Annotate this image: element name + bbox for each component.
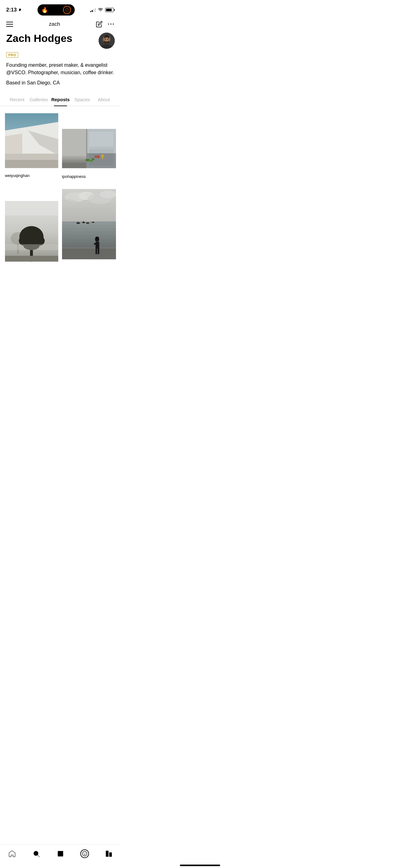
avatar-image bbox=[99, 33, 115, 49]
svg-rect-59 bbox=[83, 221, 84, 223]
tab-about[interactable]: About bbox=[93, 93, 115, 106]
svg-rect-18 bbox=[62, 158, 86, 160]
svg-point-7 bbox=[105, 39, 106, 40]
svg-rect-73 bbox=[106, 850, 108, 857]
svg-rect-23 bbox=[89, 132, 113, 147]
camera-icon bbox=[63, 6, 71, 14]
svg-point-46 bbox=[100, 191, 116, 198]
svg-point-70 bbox=[82, 851, 87, 856]
svg-marker-14 bbox=[5, 133, 22, 154]
photo-label-2: ipohappiness bbox=[62, 174, 116, 179]
tab-galleries[interactable]: Galleries bbox=[28, 93, 49, 106]
svg-rect-65 bbox=[94, 243, 99, 245]
signal-bars bbox=[90, 8, 96, 12]
profile-name: Zach Hodges bbox=[6, 33, 72, 44]
smiley-icon bbox=[82, 851, 88, 857]
avatar bbox=[99, 33, 115, 49]
nav-actions: ··· bbox=[96, 21, 115, 28]
svg-rect-67 bbox=[98, 248, 99, 254]
photo-thumb-4[interactable] bbox=[62, 184, 116, 266]
battery-icon bbox=[105, 8, 115, 12]
signal-bar-3 bbox=[93, 9, 94, 12]
profile-section: Zach Hodges bbox=[0, 31, 121, 86]
menu-button[interactable] bbox=[6, 22, 13, 27]
svg-point-71 bbox=[84, 853, 84, 854]
svg-rect-21 bbox=[86, 129, 87, 168]
nav-profile[interactable] bbox=[77, 848, 92, 859]
svg-rect-64 bbox=[96, 242, 99, 249]
photo-item-4[interactable] bbox=[62, 184, 116, 273]
svg-rect-48 bbox=[62, 221, 116, 248]
svg-point-56 bbox=[86, 222, 89, 223]
svg-point-26 bbox=[86, 159, 90, 161]
photo-thumb-2[interactable]: H9 bbox=[62, 126, 116, 172]
home-icon bbox=[8, 850, 16, 858]
status-right bbox=[90, 8, 115, 12]
svg-point-47 bbox=[63, 199, 77, 206]
flame-icon: 🔥 bbox=[41, 6, 48, 13]
signal-bar-4 bbox=[95, 8, 96, 12]
svg-point-63 bbox=[95, 237, 99, 240]
svg-point-8 bbox=[108, 39, 108, 40]
wifi-icon bbox=[98, 8, 103, 12]
svg-rect-19 bbox=[62, 160, 86, 162]
photo-thumb-1[interactable] bbox=[5, 111, 58, 172]
photo-grid: weiyuqinghan bbox=[0, 106, 121, 273]
tab-spaces[interactable]: Spaces bbox=[71, 93, 93, 106]
svg-rect-39 bbox=[5, 201, 58, 215]
nav-search[interactable] bbox=[29, 848, 44, 859]
bottom-nav bbox=[0, 844, 121, 868]
photo-thumb-3[interactable] bbox=[5, 199, 58, 265]
profile-bio: Founding member, preset maker, & evangel… bbox=[6, 61, 115, 76]
svg-rect-17 bbox=[62, 156, 86, 158]
svg-rect-60 bbox=[62, 248, 116, 259]
svg-rect-13 bbox=[5, 154, 58, 160]
tab-reposts[interactable]: Reposts bbox=[49, 93, 71, 106]
nav-title: zach bbox=[49, 21, 60, 27]
photo-image-1 bbox=[5, 111, 58, 170]
photo-image-2: H9 bbox=[62, 126, 116, 171]
svg-rect-74 bbox=[109, 852, 112, 857]
nav-crop[interactable] bbox=[53, 848, 68, 859]
svg-point-6 bbox=[104, 37, 109, 41]
tabs: Recent Galleries Reposts Spaces About bbox=[0, 93, 121, 106]
photo-item-3[interactable] bbox=[5, 184, 58, 273]
dynamic-island: 🔥 bbox=[37, 4, 75, 16]
photo-image-3 bbox=[5, 199, 58, 264]
signal-bar-2 bbox=[92, 10, 93, 12]
svg-point-72 bbox=[85, 853, 86, 854]
pro-badge: PRO bbox=[6, 52, 18, 58]
profile-header: Zach Hodges bbox=[6, 33, 115, 49]
svg-rect-12 bbox=[5, 159, 58, 168]
photo-item-2[interactable]: H9 ipohappiness bbox=[62, 111, 116, 184]
svg-rect-61 bbox=[62, 247, 116, 248]
profile-location: Based in San Diego, CA bbox=[6, 80, 115, 86]
more-button[interactable]: ··· bbox=[108, 21, 115, 28]
photo-image-4 bbox=[62, 184, 116, 265]
tab-recent[interactable]: Recent bbox=[6, 93, 28, 106]
photo-row-2 bbox=[5, 184, 116, 273]
edit-button[interactable] bbox=[96, 21, 103, 28]
svg-rect-41 bbox=[5, 244, 58, 250]
nav-stats[interactable] bbox=[101, 848, 116, 859]
svg-rect-20 bbox=[62, 162, 86, 168]
svg-point-55 bbox=[82, 222, 85, 223]
svg-rect-58 bbox=[77, 221, 78, 223]
stats-icon bbox=[105, 850, 113, 858]
svg-point-28 bbox=[92, 158, 95, 160]
svg-point-54 bbox=[76, 222, 80, 224]
nav-home[interactable] bbox=[5, 848, 20, 859]
search-icon bbox=[32, 850, 40, 858]
photo-label-1: weiyuqinghan bbox=[5, 173, 58, 178]
time-display: 2:13 bbox=[6, 7, 17, 13]
svg-rect-69 bbox=[58, 851, 63, 856]
crop-icon bbox=[57, 850, 65, 858]
svg-rect-40 bbox=[5, 256, 58, 262]
nav-bar: zach ··· bbox=[0, 18, 121, 31]
svg-point-57 bbox=[92, 222, 95, 223]
photo-item-1[interactable]: weiyuqinghan bbox=[5, 111, 58, 184]
location-icon bbox=[18, 8, 22, 12]
status-time: 2:13 bbox=[6, 7, 22, 13]
profile-icon bbox=[80, 849, 89, 858]
signal-bar-1 bbox=[90, 11, 91, 12]
